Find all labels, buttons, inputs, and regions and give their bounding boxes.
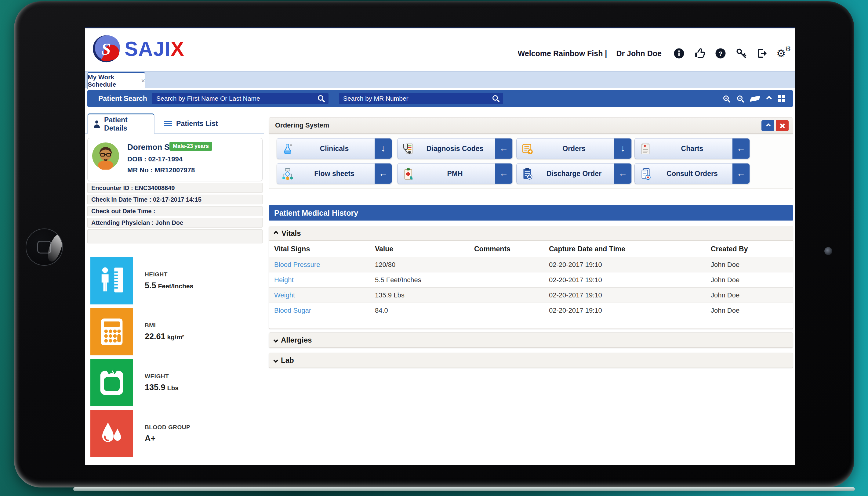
welcome-text: Welcome Rainbow Fish | <box>518 49 607 58</box>
col-vital-signs: Vital Signs <box>274 241 310 257</box>
tab-patient-details[interactable]: Patient Details <box>87 113 154 134</box>
table-row: Blood Pressure 120/80 02-20-2017 19:10 J… <box>269 257 793 273</box>
check-in-row: Check in Date Time : 02-17-2017 14:15 <box>87 195 263 204</box>
arrow-left-icon[interactable]: ← <box>375 164 392 184</box>
search-icon[interactable] <box>492 95 499 102</box>
settings-gears-icon[interactable]: ⚙⚙ <box>777 47 790 60</box>
chart-card-icon <box>639 142 652 155</box>
table-row: Height 5.5 Feet/Inches 02-20-2017 19:10 … <box>269 273 793 288</box>
help-icon[interactable]: ? <box>715 48 726 59</box>
vital-value: 84.0 <box>375 303 388 318</box>
arrow-down-icon[interactable]: ↓ <box>614 139 631 159</box>
tab-patients-list[interactable]: Patients List <box>159 113 232 134</box>
vitals-section: Vitals Vital Signs Value Comments Captur… <box>269 226 793 329</box>
consult-docs-icon <box>639 168 652 180</box>
section-label: Allergies <box>281 336 312 344</box>
clinicals-button[interactable]: Clinicals ↓ <box>276 138 392 159</box>
flowchart-icon <box>281 168 294 180</box>
sajix-logo-emblem: S <box>92 34 121 63</box>
arrow-left-icon[interactable]: ← <box>495 164 512 184</box>
arrow-left-icon[interactable]: ← <box>614 164 631 184</box>
flow-sheets-button[interactable]: Flow sheets ← <box>276 163 392 184</box>
diagnosis-codes-button[interactable]: Diagnosis Codes ← <box>397 138 513 159</box>
search-name-input[interactable] <box>152 93 329 104</box>
orders-list-icon <box>521 142 534 155</box>
stethoscope-card-icon <box>402 142 415 155</box>
home-button[interactable] <box>26 229 63 266</box>
arrow-left-icon[interactable]: ← <box>495 139 512 159</box>
logout-icon[interactable] <box>756 48 768 59</box>
col-created-by: Created By <box>711 241 748 257</box>
discharge-clipboard-icon <box>521 168 534 180</box>
bmi-value: 22.61kg/m² <box>145 332 184 341</box>
tab-close-icon[interactable]: × <box>141 77 145 85</box>
bmi-label: BMI <box>145 322 156 329</box>
section-label: Vitals <box>282 229 301 238</box>
attending-physician-row: Attending Physician : John Doe <box>87 218 263 228</box>
vital-name-link[interactable]: Blood Pressure <box>274 257 320 273</box>
section-title: Patient Medical History <box>274 205 358 220</box>
orders-button[interactable]: Orders ↓ <box>516 138 632 159</box>
arrow-down-icon[interactable]: ↓ <box>375 139 392 159</box>
table-row: Weight 135.9 Lbs 02-20-2017 19:10 John D… <box>269 288 793 303</box>
person-ruler-icon <box>96 264 128 298</box>
weight-label: WEIGHT <box>145 373 169 380</box>
search-mr-input[interactable] <box>339 93 503 104</box>
zoom-in-icon[interactable]: + <box>723 95 730 102</box>
thumbs-up-icon[interactable] <box>694 48 706 59</box>
button-label: Discharge Order <box>535 164 613 184</box>
vital-captured: 02-20-2017 19:10 <box>549 288 602 303</box>
patient-medical-history-header: Patient Medical History <box>269 205 793 220</box>
zoom-out-icon[interactable]: − <box>737 95 744 102</box>
arrow-left-icon[interactable]: ← <box>732 164 750 184</box>
grid-icon[interactable] <box>778 95 785 102</box>
vital-captured: 02-20-2017 19:10 <box>549 273 602 288</box>
header-right: Welcome Rainbow Fish | Dr John Doe ? ⚙⚙ <box>518 36 790 71</box>
collapse-up-icon[interactable] <box>766 96 772 101</box>
blood-group-label: BLOOD GROUP <box>145 424 190 431</box>
panel-close-button[interactable] <box>776 120 789 131</box>
discharge-order-button[interactable]: Discharge Order ← <box>516 163 632 184</box>
vital-name-link[interactable]: Blood Sugar <box>274 303 311 318</box>
search-mr-wrap <box>339 93 503 104</box>
arrow-left-icon[interactable]: ← <box>732 139 750 159</box>
eraser-icon[interactable] <box>750 95 760 102</box>
col-capture-date: Capture Date and Time <box>549 241 625 257</box>
user-name[interactable]: Dr John Doe <box>616 49 662 58</box>
vital-created-by: John Doe <box>711 288 739 303</box>
encounter-id-row: Encounter ID : ENC34008649 <box>87 183 263 193</box>
charts-button[interactable]: Charts ← <box>634 138 750 159</box>
panel-collapse-button[interactable] <box>761 120 774 131</box>
list-icon <box>164 121 172 126</box>
tab-label: Patients List <box>176 120 218 128</box>
tab-my-work-schedule[interactable]: My Work Schedule × <box>87 72 145 89</box>
allergies-section-bar[interactable]: Allergies <box>269 332 793 348</box>
weight-tile <box>90 359 133 406</box>
lab-section-bar[interactable]: Lab <box>269 353 793 368</box>
chevron-down-icon <box>273 358 279 363</box>
consult-orders-button[interactable]: Consult Orders ← <box>634 163 750 184</box>
vital-value: 120/80 <box>375 257 395 273</box>
button-label: Orders <box>535 139 613 159</box>
height-tile <box>90 257 133 305</box>
info-icon[interactable] <box>673 48 685 59</box>
key-icon[interactable] <box>735 48 747 59</box>
blood-drops-icon <box>96 417 128 451</box>
button-label: Diagnosis Codes <box>416 139 494 159</box>
vital-name-link[interactable]: Height <box>274 273 294 288</box>
empty-row <box>87 229 263 244</box>
blood-group-value: A+ <box>145 434 157 443</box>
weight-value: 135.9Lbs <box>145 383 179 392</box>
check-out-row: Check out Date Time : <box>87 206 263 216</box>
pmh-button[interactable]: PMH ← <box>397 163 513 184</box>
vital-name-link[interactable]: Weight <box>274 288 295 303</box>
height-value: 5.5Feet/Inches <box>145 281 193 290</box>
flask-icon <box>281 142 294 155</box>
vitals-section-header[interactable]: Vitals <box>269 226 793 241</box>
workspace-tab-strip: My Work Schedule × <box>85 71 795 88</box>
search-icon[interactable] <box>318 95 324 102</box>
toolbar-icon-group: + − <box>723 90 785 107</box>
sajix-logo: S SAJIX <box>92 33 184 64</box>
sajix-logo-text: SAJIX <box>124 37 184 60</box>
vital-created-by: John Doe <box>711 257 739 273</box>
